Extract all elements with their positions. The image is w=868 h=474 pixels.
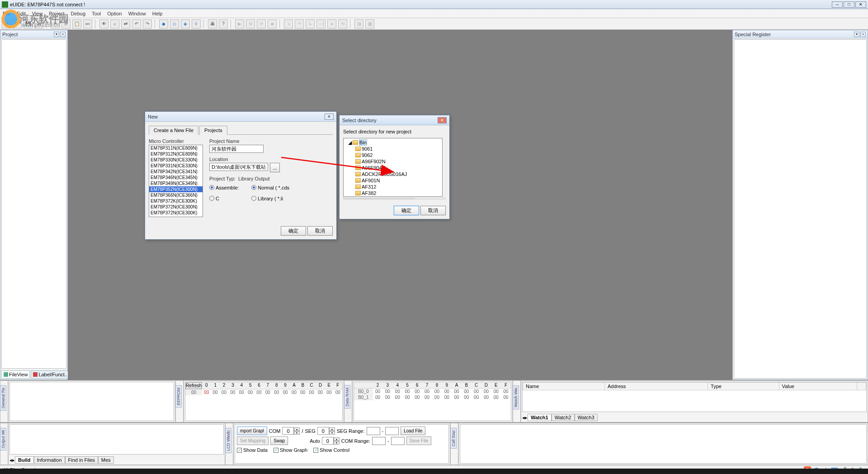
tab-watch3[interactable]: Watch3 <box>575 414 598 421</box>
tab-watch2[interactable]: Watch2 <box>552 414 575 421</box>
mc-listbox[interactable]: EM78P311N(ICE809N)EM78P312N(ICE809N)EM78… <box>149 145 203 217</box>
com-spinner[interactable]: ▴▾ <box>282 427 300 435</box>
project-tree[interactable] <box>1 39 66 369</box>
new-ok-button[interactable]: 确定 <box>281 226 306 236</box>
menu-help[interactable]: Help <box>152 11 163 16</box>
chk-show-data[interactable]: ✓Show Data <box>237 447 268 453</box>
project-name-input[interactable] <box>209 145 264 153</box>
save-file-button[interactable]: Save File <box>406 436 432 445</box>
tb-stop-icon[interactable]: ■ <box>268 19 277 28</box>
mc-item[interactable]: EM78P372N(ICE300N) <box>149 204 203 210</box>
mc-item[interactable]: EM78P373N(ICE300K) <box>149 216 203 217</box>
radio-c[interactable]: C <box>209 196 219 201</box>
tb-redo-icon[interactable]: ↷ <box>143 19 152 28</box>
comrange-to[interactable] <box>391 437 405 445</box>
mc-item[interactable]: EM78P366N(ICE366N) <box>149 192 203 198</box>
minimize-button[interactable]: ─ <box>832 1 843 8</box>
mc-item[interactable]: EM78P352N(ICE300N) <box>149 186 203 192</box>
tree-item[interactable]: 9061 <box>362 146 373 152</box>
mc-item[interactable]: EM78P346N(ICE345N) <box>149 175 203 180</box>
mc-item[interactable]: EM78P342N(ICE341N) <box>149 169 203 175</box>
mc-item[interactable]: EM78P312N(ICE809N) <box>149 151 203 157</box>
mc-item[interactable]: EM78P349N(ICE349N) <box>149 180 203 186</box>
tab-build[interactable]: Build <box>15 456 34 464</box>
tb-rebuild-icon[interactable]: ⟳ <box>257 19 266 28</box>
tree-item[interactable]: AF312 <box>362 184 376 190</box>
watch-table[interactable]: NameAddressTypeValue <box>523 382 866 390</box>
mc-item[interactable]: EM78P330N(ICE330N) <box>149 157 203 163</box>
menu-tool[interactable]: Tool <box>92 11 101 16</box>
chk-show-control[interactable]: ✓Show Control <box>313 447 349 453</box>
close-button[interactable]: ✕ <box>855 1 866 8</box>
tb-bookmark-prev-icon[interactable]: ◈ <box>181 19 190 28</box>
tb-break-icon[interactable]: ● <box>327 19 336 28</box>
tab-information[interactable]: Information <box>34 456 65 464</box>
set-mapping-button[interactable]: Set Mapping <box>237 436 269 445</box>
tb-src-icon[interactable]: src <box>83 19 92 28</box>
menu-debug[interactable]: Debug <box>71 11 85 16</box>
tab-findinfiles[interactable]: Find in Files <box>65 456 98 464</box>
eeprom-row[interactable]: 0000000000000000000000000000000000 <box>185 389 342 395</box>
new-cancel-button[interactable]: 取消 <box>307 226 333 236</box>
tb-stepinto-icon[interactable]: ↴ <box>284 19 293 28</box>
tree-hscroll[interactable] <box>343 198 446 199</box>
tb-undo-icon[interactable]: ↶ <box>132 19 141 28</box>
tb-reg-icon[interactable]: ▤ <box>354 19 363 28</box>
tb-runto-icon[interactable]: →| <box>316 19 326 28</box>
tb-print-icon[interactable]: 🖶 <box>208 19 217 28</box>
tree-collapse-icon[interactable]: ◢ <box>348 140 352 146</box>
radio-library[interactable]: Library ( *.li <box>251 196 283 201</box>
seg-spinner[interactable]: ▴▾ <box>317 427 335 435</box>
tb-stepout-icon[interactable]: ↳ <box>306 19 315 28</box>
seldir-ok-button[interactable]: 确定 <box>394 206 419 215</box>
tb-stepover-icon[interactable]: ↷ <box>295 19 304 28</box>
tab-projects[interactable]: Projects <box>199 126 227 135</box>
tab-watch1[interactable]: Watch1 <box>528 414 552 421</box>
tree-root[interactable]: Bin <box>359 139 367 146</box>
maximize-button[interactable]: □ <box>844 1 854 8</box>
tab-labelfunct[interactable]: Label/Funct... <box>31 370 71 379</box>
location-input[interactable] <box>209 163 268 171</box>
swap-button[interactable]: Swap <box>270 436 288 445</box>
directory-tree[interactable]: ◢Bin 90619062A96F902NA96F904NADCK2F300S0… <box>343 138 443 197</box>
seldir-cancel-button[interactable]: 取消 <box>420 206 446 215</box>
tree-item[interactable]: A96F902N <box>362 159 386 164</box>
menu-window[interactable]: Window <box>128 11 146 16</box>
panel-close-icon[interactable]: × <box>860 32 866 37</box>
tb-mem-icon[interactable]: ▦ <box>365 19 374 28</box>
auto-spinner[interactable]: ▴▾ <box>322 437 340 445</box>
seldir-close-icon[interactable]: ✕ <box>438 117 447 123</box>
tb-replace-icon[interactable]: ⇄ <box>121 19 130 28</box>
mc-item[interactable]: EM78P372N(ICE300K) <box>149 210 203 216</box>
tb-build-icon[interactable]: ⚙ <box>246 19 255 28</box>
panel-pin-icon[interactable]: ▾ <box>54 32 59 37</box>
radio-assemble[interactable]: Assemble: <box>209 185 239 190</box>
mc-item[interactable]: EM78P372K(ICE300K) <box>149 198 203 204</box>
tb-about-icon[interactable]: ? <box>219 19 228 28</box>
dataram-row[interactable]: B0_00000000000000000000000000000 <box>354 389 511 394</box>
refresh-button[interactable]: Refresh <box>185 382 202 389</box>
tb-paste-icon[interactable]: 📋 <box>72 19 81 28</box>
tb-bookmark-clear-icon[interactable]: ◊ <box>192 19 201 28</box>
new-dialog-close-icon[interactable]: ✕ <box>325 114 334 120</box>
comrange-from[interactable] <box>372 437 386 445</box>
tree-item[interactable]: A96F904N <box>362 165 386 171</box>
tb-find-icon[interactable]: 👁 <box>99 19 108 28</box>
panel-pin-icon[interactable]: ▾ <box>854 32 859 37</box>
dataram-row[interactable]: B0_10000000000000000000000000000 <box>354 394 511 400</box>
segrange-to[interactable] <box>385 427 399 435</box>
panel-close-icon[interactable]: × <box>60 32 66 37</box>
browse-button[interactable]: ... <box>270 163 280 172</box>
tab-create-new-file[interactable]: Create a New File <box>149 126 198 135</box>
register-body[interactable] <box>734 39 867 379</box>
tb-findnext-icon[interactable]: ⌕ <box>110 19 119 28</box>
menu-option[interactable]: Option <box>107 11 122 16</box>
mc-item[interactable]: EM78P311N(ICE809N) <box>149 145 203 151</box>
tb-bookmark-next-icon[interactable]: ◇ <box>170 19 179 28</box>
chk-show-graph[interactable]: ✓Show Graph <box>274 447 307 453</box>
load-file-button[interactable]: Load File <box>401 427 425 435</box>
tab-fileview[interactable]: FileView <box>1 370 30 379</box>
segrange-from[interactable] <box>367 427 380 435</box>
tb-bookmark-icon[interactable]: ◆ <box>159 19 168 28</box>
radio-normal[interactable]: Normal ( *.cds <box>251 185 289 190</box>
